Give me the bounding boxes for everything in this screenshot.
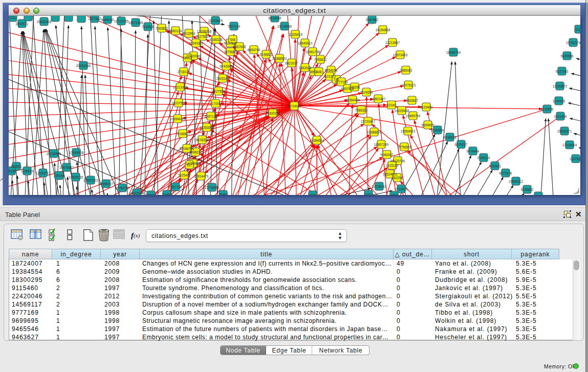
svg-text:7625402: 7625402: [178, 173, 191, 177]
svg-text:8822037: 8822037: [286, 61, 298, 65]
svg-text:9242848: 9242848: [220, 64, 233, 68]
svg-text:1244415: 1244415: [553, 99, 565, 103]
svg-text:62160: 62160: [387, 103, 396, 107]
svg-text:17957223: 17957223: [83, 179, 98, 182]
svg-text:16961758: 16961758: [306, 50, 320, 54]
svg-text:16120746: 16120746: [390, 159, 405, 163]
svg-text:25300273: 25300273: [266, 112, 280, 115]
svg-text:7632621: 7632621: [489, 164, 502, 168]
svg-text:9245652: 9245652: [521, 188, 534, 191]
svg-text:8938923: 8938923: [444, 136, 456, 139]
svg-text:1117: 1117: [575, 28, 580, 31]
svg-text:15751074: 15751074: [566, 41, 580, 45]
svg-text:17756928: 17756928: [397, 145, 412, 149]
svg-text:9857791: 9857791: [169, 185, 182, 189]
svg-text:18807249: 18807249: [374, 143, 389, 146]
svg-text:12505135: 12505135: [69, 176, 83, 179]
svg-text:19654923: 19654923: [401, 129, 416, 133]
svg-text:13226058: 13226058: [197, 30, 212, 33]
svg-text:16154808: 16154808: [376, 28, 390, 32]
svg-text:8427552: 8427552: [212, 90, 225, 93]
svg-text:10973493: 10973493: [393, 53, 408, 57]
svg-text:16524851: 16524851: [383, 172, 398, 176]
svg-text:8878334: 8878334: [196, 138, 209, 142]
svg-text:7857224: 7857224: [228, 25, 241, 28]
svg-text:15692971: 15692971: [557, 129, 572, 133]
svg-text:18362: 18362: [219, 193, 228, 195]
svg-text:8860124: 8860124: [169, 29, 182, 33]
svg-text:10807487: 10807487: [371, 97, 386, 101]
svg-text:12213389: 12213389: [173, 85, 188, 89]
svg-text:9777169: 9777169: [335, 80, 348, 84]
svg-text:12942757: 12942757: [36, 171, 51, 175]
svg-text:9115460: 9115460: [420, 105, 433, 109]
svg-text:19166827: 19166827: [176, 132, 190, 136]
svg-text:7663822: 7663822: [156, 27, 168, 30]
svg-text:4921: 4921: [309, 193, 317, 195]
svg-text:1615152: 1615152: [386, 164, 399, 167]
svg-text:8813054: 8813054: [269, 16, 281, 20]
svg-text:16782759: 16782759: [115, 186, 130, 190]
svg-text:145194: 145194: [53, 174, 64, 178]
svg-text:16033809: 16033809: [208, 19, 223, 23]
svg-text:92450: 92450: [162, 193, 171, 195]
svg-text:12975115: 12975115: [401, 83, 416, 87]
svg-text:12213987: 12213987: [385, 41, 400, 45]
svg-text:15716485: 15716485: [205, 186, 220, 189]
svg-text:2935114: 2935114: [477, 156, 490, 160]
svg-text:16671355: 16671355: [128, 21, 143, 25]
svg-text:20206555: 20206555: [47, 152, 61, 156]
svg-text:10975887: 10975887: [59, 166, 74, 169]
svg-text:1167531: 1167531: [570, 157, 580, 161]
svg-text:16914479: 16914479: [194, 174, 209, 178]
svg-text:18724007: 18724007: [287, 104, 302, 108]
svg-text:15720407: 15720407: [361, 120, 376, 123]
svg-text:117006: 117006: [210, 102, 221, 105]
svg-text:2087682: 2087682: [366, 18, 379, 21]
svg-text:19654035: 19654035: [170, 117, 185, 121]
svg-text:12923448: 12923448: [129, 191, 144, 195]
svg-text:3267130: 3267130: [205, 115, 217, 118]
svg-text:3498222: 3498222: [189, 150, 202, 154]
svg-text:9273: 9273: [390, 194, 398, 195]
svg-text:546: 546: [230, 38, 236, 41]
svg-text:1021064: 1021064: [554, 115, 567, 118]
svg-text:7955812: 7955812: [314, 58, 327, 61]
svg-text:1156819: 1156819: [21, 169, 34, 173]
svg-text:8912954: 8912954: [183, 32, 195, 35]
svg-text:2803144: 2803144: [216, 77, 229, 80]
svg-text:20364456: 20364456: [345, 98, 360, 102]
svg-text:1527602: 1527602: [89, 17, 101, 20]
svg-text:15495794: 15495794: [406, 114, 421, 118]
svg-text:9474444: 9474444: [467, 149, 480, 153]
svg-text:10654112: 10654112: [509, 180, 523, 183]
svg-text:252254: 252254: [391, 176, 403, 180]
svg-text:10958157: 10958157: [99, 182, 114, 186]
svg-text:14414: 14414: [364, 193, 373, 195]
svg-text:1111: 1111: [10, 16, 16, 19]
svg-text:20691406: 20691406: [37, 20, 52, 24]
svg-text:8215955: 8215955: [541, 107, 554, 111]
svg-text:1362625: 1362625: [299, 66, 312, 70]
svg-text:8471676: 8471676: [499, 171, 512, 175]
svg-text:129234: 129234: [145, 193, 157, 195]
svg-text:18640910: 18640910: [298, 41, 313, 45]
svg-text:12353594: 12353594: [200, 126, 214, 129]
svg-text:92450: 92450: [534, 194, 543, 195]
svg-text:8454749: 8454749: [248, 48, 260, 52]
svg-text:9527503: 9527503: [196, 35, 209, 38]
svg-text:746266: 746266: [349, 85, 360, 89]
svg-text:9699695: 9699695: [422, 123, 434, 127]
svg-text:10107553: 10107553: [171, 101, 186, 105]
svg-text:9527508: 9527508: [224, 41, 237, 45]
svg-text:9084067: 9084067: [381, 153, 394, 157]
svg-text:7515526: 7515526: [142, 25, 155, 29]
svg-text:19384554: 19384554: [310, 139, 324, 142]
svg-text:2405571: 2405571: [16, 22, 29, 26]
svg-text:16046756: 16046756: [180, 147, 194, 150]
svg-text:9329966: 9329966: [561, 54, 574, 58]
svg-text:7485063: 7485063: [400, 69, 412, 72]
svg-text:16648784: 16648784: [446, 51, 461, 54]
svg-text:17016504: 17016504: [562, 143, 577, 147]
svg-text:10025438: 10025438: [395, 109, 409, 113]
